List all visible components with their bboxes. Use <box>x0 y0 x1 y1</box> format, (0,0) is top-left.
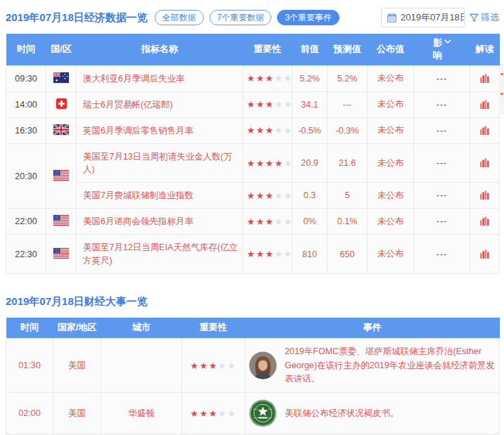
column-header-label: 城市 <box>132 322 150 332</box>
previous-value-cell: 0.3 <box>292 183 328 209</box>
events-table-body: 01:30美国★★★★★2019年FOMC票委、堪萨斯城联储主席乔治(Esthe… <box>6 339 500 435</box>
analysis-chart-button[interactable] <box>478 157 491 169</box>
bar-chart-icon <box>479 190 490 200</box>
analysis-cell <box>470 65 500 91</box>
analysis-cell <box>470 143 500 182</box>
column-header-影响[interactable]: 影响 <box>414 34 470 65</box>
bar-chart-icon <box>479 158 490 167</box>
funnel-icon <box>470 13 479 22</box>
bar-chart-icon <box>479 126 490 135</box>
chevron-down-icon <box>444 37 451 44</box>
time-cell: 02:00 <box>6 393 53 434</box>
analysis-chart-button[interactable] <box>478 215 491 227</box>
table-row: 22:30美国至7月12日当周EIA天然气库存(亿立方英尺)★★★★★81065… <box>6 235 500 273</box>
analysis-chart-button[interactable] <box>478 248 491 260</box>
column-header-label: 解读 <box>476 44 494 54</box>
impact-sort-control[interactable]: 影响 <box>433 37 451 62</box>
column-header-label: 重要性 <box>254 44 281 54</box>
filter-pill-0[interactable]: 全部数据 <box>155 10 204 25</box>
analysis-chart-button[interactable] <box>478 72 491 84</box>
events-column-header-重要性: 重要性 <box>182 318 245 339</box>
event-description: 2019年FOMC票委、堪萨斯城联储主席乔治(Esther George)在该行… <box>285 345 496 386</box>
city-cell: 华盛顿 <box>101 393 182 434</box>
column-header-label: 前值 <box>301 44 319 54</box>
filter-button[interactable]: 筛选 <box>470 11 499 24</box>
time-cell: 20:30 <box>6 143 46 208</box>
impact-cell: --- <box>414 183 470 209</box>
stars-filled: ★★★★ <box>247 158 284 169</box>
column-header-label: 影响 <box>433 37 443 62</box>
analysis-chart-button[interactable] <box>478 124 491 136</box>
column-header-label: 事件 <box>363 322 382 332</box>
importance-cell: ★★★★★ <box>243 209 292 235</box>
column-header-预测值: 预测值 <box>328 34 368 65</box>
importance-cell: ★★★★★ <box>243 91 292 117</box>
forecast-value-cell: --- <box>328 91 368 117</box>
table-row: 20:30美国至7月13日当周初请失业金人数(万人)★★★★★20.921.6未… <box>6 143 500 182</box>
event-cell: 美联储公布经济状况褐皮书。 <box>245 393 500 434</box>
stars-empty: ★★ <box>218 361 236 371</box>
stars-empty: ★ <box>284 158 293 169</box>
stars-filled: ★★★ <box>190 361 218 371</box>
column-header-label: 国家/地区 <box>58 322 97 332</box>
table-row: 22:00美国6月谘商会领先指标月率★★★★★0%0.1%未公布--- <box>6 209 500 235</box>
stars-empty: ★★ <box>274 249 292 259</box>
indicator-name-cell: 英国6月季调后零售销售月率 <box>77 117 243 143</box>
published-value-cell: 未公布 <box>368 91 414 117</box>
toolbar: 2019年07月18日经济数据一览 全部数据7个重要数据3个重要事件 2019年… <box>0 0 504 34</box>
stars-filled: ★★★ <box>247 125 274 136</box>
time-cell: 01:30 <box>6 339 53 393</box>
table-row: 14:00瑞士6月贸易帐(亿瑞郎)★★★★★34.1---未公布--- <box>6 91 500 117</box>
importance-cell: ★★★★★ <box>182 339 245 393</box>
page-title: 2019年07月18日经济数据一览 <box>6 11 148 25</box>
event-description: 美联储公布经济状况褐皮书。 <box>285 407 399 420</box>
importance-stars: ★★★★★ <box>190 409 237 419</box>
filter-pill-1[interactable]: 7个重要数据 <box>209 10 272 25</box>
switzerland-flag-icon <box>56 98 67 109</box>
country-flag-cell <box>46 117 77 143</box>
us-flag-icon <box>53 215 69 226</box>
stars-filled: ★★★ <box>247 216 274 227</box>
bar-chart-icon <box>479 100 490 109</box>
published-value-cell: 未公布 <box>368 65 414 91</box>
analysis-cell <box>470 235 500 273</box>
impact-cell: --- <box>414 209 470 235</box>
country-flag-cell <box>46 143 77 208</box>
column-header-时间: 时间 <box>6 34 46 65</box>
column-header-重要性: 重要性 <box>243 34 292 65</box>
event-cell: 2019年FOMC票委、堪萨斯城联储主席乔治(Esther George)在该行… <box>245 339 500 393</box>
time-cell: 14:00 <box>6 91 46 117</box>
previous-value-cell: 810 <box>292 235 328 273</box>
country-flag-cell <box>46 209 77 235</box>
column-header-公布值: 公布值 <box>368 34 414 65</box>
published-value-cell: 未公布 <box>368 143 414 182</box>
importance-cell: ★★★★★ <box>243 143 292 182</box>
time-cell: 22:30 <box>6 235 46 273</box>
importance-cell: ★★★★★ <box>243 235 292 273</box>
time-cell: 22:00 <box>6 209 46 235</box>
table-row: 16:30英国6月季调后零售销售月率★★★★★-0.5%-0.3%未公布--- <box>6 117 500 143</box>
published-value-cell: 未公布 <box>368 183 414 209</box>
stars-filled: ★★★ <box>247 249 274 259</box>
filter-pill-2[interactable]: 3个重要事件 <box>277 10 340 25</box>
filter-pills: 全部数据7个重要数据3个重要事件 <box>155 10 340 25</box>
us-flag-icon <box>53 248 69 259</box>
time-cell: 09:30 <box>6 65 46 91</box>
forecast-value-cell: 5 <box>328 183 368 209</box>
events-column-header-事件: 事件 <box>245 318 500 339</box>
column-header-label: 公布值 <box>377 44 404 54</box>
column-header-label: 指标名称 <box>141 44 178 54</box>
analysis-cell <box>470 91 500 117</box>
analysis-chart-button[interactable] <box>478 189 491 201</box>
importance-stars: ★★★★★ <box>247 249 293 259</box>
stars-filled: ★★★ <box>247 99 274 110</box>
column-header-label: 预测值 <box>334 44 361 54</box>
indicator-name-cell: 澳大利亚6月季调后失业率 <box>77 65 243 91</box>
country-flag-cell <box>46 91 77 117</box>
impact-cell: --- <box>414 235 470 273</box>
data-table-body: 09:30澳大利亚6月季调后失业率★★★★★5.2%5.2%未公布---14:0… <box>6 65 500 273</box>
economic-data-table: 时间国/区指标名称重要性前值预测值公布值影响解读 09:30澳大利亚6月季调后失… <box>6 34 500 274</box>
date-picker[interactable]: 2019年07月18日 <box>381 8 465 27</box>
analysis-chart-button[interactable] <box>478 98 491 110</box>
city-cell <box>101 339 182 393</box>
